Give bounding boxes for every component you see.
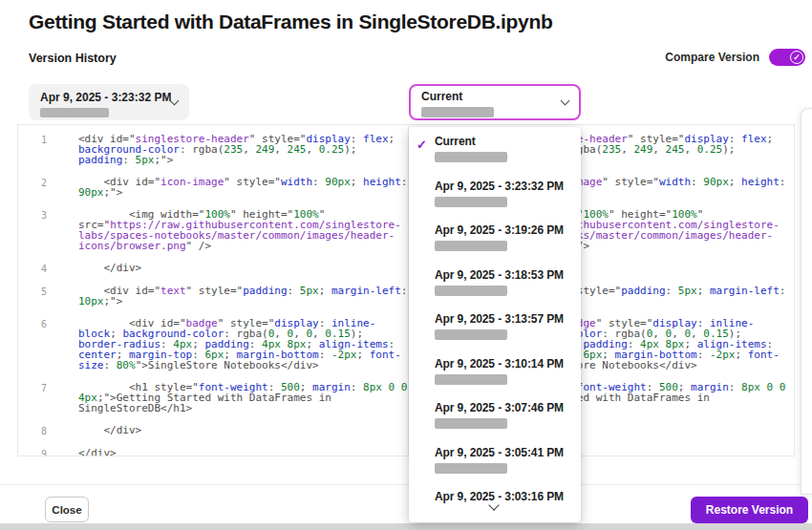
version-menu-item-label: Apr 9, 2025 - 3:18:53 PM [435,268,581,282]
version-menu-item[interactable]: Apr 9, 2025 - 3:05:41 PM [409,444,581,489]
author-placeholder-bar [435,418,507,429]
author-placeholder-bar [40,108,109,117]
chevron-down-icon [170,95,180,105]
version-history-label: Version History [29,52,117,65]
line-number: 8 [18,425,47,436]
diff-editor-card: 1<div id="singlestore-header" style="dis… [17,124,795,456]
code-line: 8 </div> [18,425,408,436]
code-text: <div id="icon-image" style="width: 90px;… [47,177,407,198]
line-number: 4 [18,263,47,274]
version-menu-item-label: Apr 9, 2025 - 3:07:46 PM [435,401,581,414]
code-text: </div> [47,263,141,274]
compare-version-label: Compare Version [665,51,759,64]
author-placeholder-bar [435,374,507,385]
author-placeholder-bar [435,241,507,251]
version-menu-item[interactable]: Apr 9, 2025 - 3:18:53 PM [409,266,581,311]
code-line: 1<div id="singlestore-header" style="dis… [18,134,408,165]
code-text: <div id="text" style="padding: 5px; marg… [47,286,407,307]
code-text: </div> [47,425,141,436]
chevron-down-icon [561,95,570,105]
line-number: 2 [18,177,47,198]
code-text: <img width="100%" height="100%" src="htt… [47,209,401,251]
code-text: <div id="singlestore-header" style="disp… [47,134,395,165]
line-number: 1 [18,134,47,165]
code-line: 6 <div id="badge" style="display: inline… [18,318,408,371]
line-number: 6 [18,318,47,371]
author-placeholder-bar [435,329,507,340]
author-placeholder-bar [435,463,507,474]
close-button[interactable]: Close [45,497,89,522]
version-menu-item-label: Apr 9, 2025 - 3:13:57 PM [435,312,581,326]
version-select-right-label: Current [421,90,462,103]
page-title: Getting Started with DataFrames in Singl… [29,11,553,33]
restore-version-button[interactable]: Restore Version [691,497,808,523]
line-number: 7 [18,382,47,413]
version-select-right[interactable]: Current [409,84,581,120]
version-select-left-label: Apr 9, 2025 - 3:23:32 PM [40,91,171,104]
version-menu-item-label: Apr 9, 2025 - 3:03:16 PM [435,490,581,503]
code-line: 2 <div id="icon-image" style="width: 90p… [18,177,408,198]
version-menu-item-label: Apr 9, 2025 - 3:23:32 PM [435,180,581,193]
version-menu-item[interactable]: Apr 9, 2025 - 3:10:14 PM [409,355,581,400]
code-text: <h1 style="font-weight: 500; margin: 8px… [47,382,407,413]
version-menu-item-label: Apr 9, 2025 - 3:10:14 PM [435,357,581,371]
version-menu-item-label: Current [435,135,581,148]
version-menu-item[interactable]: ✓Current [409,133,581,178]
code-line: 4 </div> [18,263,408,274]
author-placeholder-bar [435,197,507,207]
line-number: 9 [18,448,47,456]
code-line: 3 <img width="100%" height="100%" src="h… [18,209,408,251]
version-select-left[interactable]: Apr 9, 2025 - 3:23:32 PM [29,84,189,120]
page-bottom-strip [0,523,812,530]
code-pane-left[interactable]: 1<div id="singlestore-header" style="dis… [18,125,409,456]
scroll-more-chevron-icon[interactable] [490,496,498,513]
version-menu-item[interactable]: Apr 9, 2025 - 3:13:57 PM [409,310,581,355]
line-number: 5 [18,286,47,307]
code-text: </div> [47,448,117,456]
code-text: <div id="badge" style="display: inline- … [47,318,401,371]
line-number: 3 [18,209,47,251]
compare-version-toggle[interactable]: ✓ [769,49,805,66]
compare-version-group: Compare Version ✓ [665,49,805,66]
checkmark-circle-icon: ✓ [790,51,803,64]
clipped-panel-edge [801,108,812,495]
author-placeholder-bar [435,286,507,296]
check-icon: ✓ [417,138,427,152]
version-menu-item-label: Apr 9, 2025 - 3:05:41 PM [435,446,581,459]
code-line: 7 <h1 style="font-weight: 500; margin: 8… [18,382,408,413]
version-dropdown-menu: ✓CurrentApr 9, 2025 - 3:23:32 PMApr 9, 2… [409,127,581,522]
version-menu-item[interactable]: Apr 9, 2025 - 3:23:32 PM [409,178,581,223]
author-placeholder-bar [435,152,507,162]
version-menu-item[interactable]: Apr 9, 2025 - 3:07:46 PM [409,399,581,444]
code-line: 9</div> [18,448,408,456]
code-line: 5 <div id="text" style="padding: 5px; ma… [18,286,408,307]
footer-divider [0,484,812,485]
author-placeholder-bar [421,107,494,117]
version-menu-item[interactable]: Apr 9, 2025 - 3:19:26 PM [409,222,581,266]
version-menu-item-label: Apr 9, 2025 - 3:19:26 PM [435,223,581,237]
